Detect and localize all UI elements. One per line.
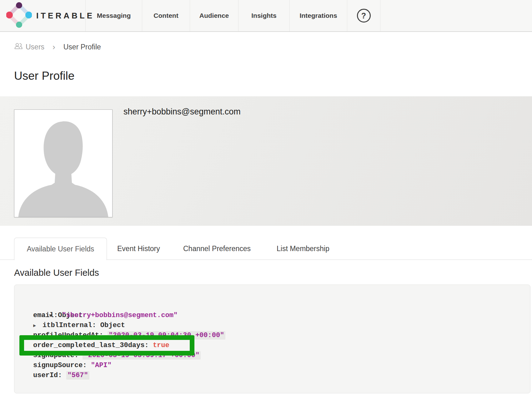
json-root-row: ▼Object	[14, 301, 530, 311]
iterable-logo[interactable]: ITERABLE	[0, 0, 86, 31]
json-row-signupSource: signupSource: "API"	[14, 361, 530, 371]
users-icon	[14, 43, 23, 51]
json-key: email:	[33, 311, 62, 319]
available-user-fields-panel: ▼Object email: "sherry+bobbins@segment.c…	[14, 285, 530, 393]
breadcrumb-current: User Profile	[63, 43, 101, 51]
json-row-order_completed_last_30days: order_completed_last_30days: true	[14, 341, 530, 351]
profile-email: sherry+bobbins@segment.com	[123, 107, 241, 117]
breadcrumb: Users › User Profile	[14, 42, 101, 52]
json-key: signupDate:	[33, 351, 83, 359]
section-heading: Available User Fields	[14, 268, 99, 278]
json-row-signupDate: signupDate: "2020-03-19 03:39:17 +00:00"	[14, 351, 530, 361]
tab-event-history[interactable]: Event History	[117, 238, 160, 260]
nav-item-content[interactable]: Content	[142, 0, 190, 31]
expand-arrow-icon[interactable]: ►	[33, 321, 43, 331]
nav-help-button[interactable]: ?	[347, 0, 380, 31]
nav-item-integrations[interactable]: Integrations	[290, 0, 347, 31]
nav-item-audience[interactable]: Audience	[190, 0, 238, 31]
tab-list-membership[interactable]: List Membership	[277, 238, 329, 260]
iterable-logo-icon	[6, 2, 32, 29]
json-key: userId:	[33, 371, 66, 379]
json-value: "API"	[91, 361, 112, 369]
json-tree-rows: email: "sherry+bobbins@segment.com"►itbl…	[14, 311, 530, 381]
json-value: "sherry+bobbins@segment.com"	[62, 311, 178, 319]
breadcrumb-chevron-icon: ›	[49, 43, 59, 51]
json-row-itblInternal: ►itblInternal: Object	[14, 321, 530, 331]
json-key: itblInternal:	[43, 321, 100, 329]
top-nav: ITERABLE Messaging Content Audience Insi…	[0, 0, 532, 32]
profile-hero: sherry+bobbins@segment.com	[0, 96, 532, 226]
nav-item-messaging[interactable]: Messaging	[86, 0, 142, 31]
user-profile-page: ITERABLE Messaging Content Audience Insi…	[0, 0, 532, 399]
json-value: "2020-03-19 09:04:30 +00:00"	[108, 331, 226, 340]
json-key: order_completed_last_30days:	[33, 341, 153, 349]
page-title: User Profile	[14, 69, 74, 83]
tab-available-user-fields[interactable]: Available User Fields	[14, 238, 107, 260]
json-row-profileUpdatedAt: profileUpdatedAt: "2020-03-19 09:04:30 +…	[14, 331, 530, 341]
json-value: true	[153, 341, 169, 349]
breadcrumb-users-link[interactable]: Users	[14, 43, 44, 51]
json-row-email: email: "sherry+bobbins@segment.com"	[14, 311, 530, 321]
nav-spacer	[380, 0, 532, 31]
json-row-userId: userId: "567"	[14, 371, 530, 381]
tab-channel-preferences[interactable]: Channel Preferences	[183, 238, 251, 260]
json-value: "2020-03-19 03:39:17 +00:00"	[83, 351, 201, 360]
json-value: Object	[100, 321, 125, 329]
help-question-icon: ?	[357, 9, 371, 23]
avatar-silhouette-icon	[14, 110, 112, 217]
nav-item-insights[interactable]: Insights	[238, 0, 290, 31]
breadcrumb-users-label: Users	[26, 43, 44, 51]
json-key: profileUpdatedAt:	[33, 331, 108, 339]
json-value: "567"	[66, 371, 89, 380]
avatar	[14, 109, 113, 217]
json-key: signupSource:	[33, 361, 91, 369]
